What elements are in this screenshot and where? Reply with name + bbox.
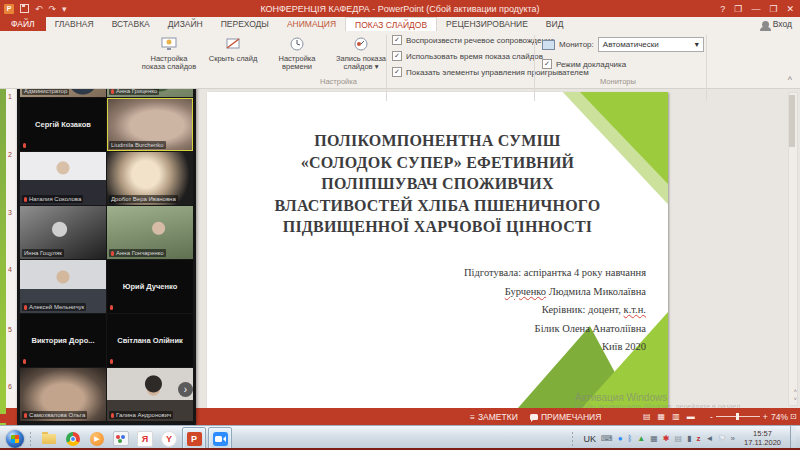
tab-home[interactable]: ГЛАВНАЯ (46, 17, 103, 31)
action-center-flag-icon[interactable]: ⚑ (718, 434, 725, 444)
slide-title-line: «СОЛОДОК СУПЕР» ЕФЕТИВНИЙ (225, 152, 649, 174)
tab-animations[interactable]: АНИМАЦИЯ (278, 17, 345, 31)
network-icon[interactable]: ▲ (637, 434, 645, 444)
help-button[interactable]: ? (720, 4, 725, 14)
thumbnail-number[interactable]: 3 (8, 209, 12, 216)
tab-review[interactable]: РЕЦЕНЗИРОВАНИЕ (437, 17, 537, 31)
setup-slideshow-button[interactable]: Настройка показа слайдов (140, 33, 198, 71)
undo-icon[interactable]: ↶ (35, 4, 43, 14)
fit-to-window-button[interactable]: ⊡ (790, 412, 797, 421)
bluetooth-icon[interactable]: ᛒ (628, 434, 633, 444)
start-button[interactable] (6, 430, 24, 448)
redo-icon[interactable]: ↷ (49, 4, 57, 14)
participant-tile[interactable]: Наталия Соколова (20, 152, 106, 205)
slide-title[interactable]: ПОЛІКОМПОНЕНТНА СУМІШ «СОЛОДОК СУПЕР» ЕФ… (225, 130, 649, 238)
hide-slide-button[interactable]: Скрыть слайд (204, 33, 262, 71)
tab-view[interactable]: ВИД (537, 17, 573, 31)
taskbar-explorer[interactable] (38, 428, 60, 449)
record-slideshow-button[interactable]: Запись показа слайдов ▾ (332, 33, 390, 71)
tray-zoom-icon[interactable]: ● (618, 434, 623, 444)
show-desktop-button[interactable] (790, 426, 796, 450)
language-indicator[interactable]: UK (584, 434, 597, 444)
thumbnail-number[interactable]: 1 (8, 93, 12, 100)
participant-tile[interactable]: Юрий Дученко (107, 260, 193, 313)
display-icon[interactable]: ▦ (650, 434, 658, 444)
zoom-in-button[interactable]: + (763, 412, 768, 422)
zoom-slider-thumb[interactable] (736, 413, 739, 420)
participant-tile[interactable]: Сергій Козаков (20, 98, 106, 151)
monitor-dropdown[interactable]: Автоматически ▾ (598, 37, 704, 52)
qat-customize-icon[interactable]: ▾ (62, 4, 67, 14)
sign-in[interactable]: Вход (762, 17, 800, 31)
taskbar-yandex[interactable]: Я (134, 428, 156, 449)
zoom-out-button[interactable]: - (710, 412, 713, 422)
taskbar-paint[interactable] (110, 428, 132, 449)
notes-toggle[interactable]: ≡ ЗАМЕТКИ (470, 412, 518, 422)
recording-indicator (0, 414, 9, 423)
background-window-edge (0, 30, 6, 425)
restore-button[interactable]: ❐ (769, 4, 777, 14)
windows-logo-icon (11, 435, 19, 443)
zoom-slider[interactable] (716, 416, 760, 417)
checkbox-presenter-view[interactable]: ✓ Режим докладчика (542, 59, 626, 69)
antivirus-icon[interactable]: ✱ (663, 434, 670, 444)
slide-subtitle[interactable]: Підготувала: аспірантка 4 року навчання … (464, 264, 646, 357)
ribbon-display-options-button[interactable]: ❐ (734, 4, 742, 14)
notes-icon: ≡ (470, 412, 475, 422)
taskbar-zoom[interactable] (208, 427, 232, 450)
participant-tile[interactable]: Самохвалова Ольга (20, 368, 106, 421)
video-conference-panel[interactable]: — ▦ ▥ Администратор Анна Гриценко Сергій… (17, 30, 196, 425)
collapse-ribbon-button[interactable]: ^ (788, 75, 792, 85)
volume-icon[interactable]: ◄ (705, 434, 713, 444)
minimize-button[interactable]: — (751, 4, 760, 14)
tab-transitions[interactable]: ПЕРЕХОДЫ (212, 17, 278, 31)
close-button[interactable]: ✕ (786, 4, 794, 14)
participant-tile[interactable]: Алексей Мельничук (20, 260, 106, 313)
slideshow-view-button[interactable]: ▬ (687, 412, 695, 421)
taskbar-clock[interactable]: 15:57 17.11.2020 (744, 430, 781, 447)
tray-z-icon[interactable]: z (696, 434, 700, 444)
keyboard-icon[interactable]: ⌨ (601, 434, 613, 444)
next-slide-button[interactable]: ˅ (793, 396, 797, 402)
taskbar-chrome[interactable] (62, 428, 84, 449)
tab-file[interactable]: ФАЙЛ (0, 17, 46, 31)
participant-tile-active-speaker[interactable]: Liudmila Burchenko (107, 98, 193, 151)
taskbar-powerpoint[interactable]: P (182, 427, 206, 450)
scrollbar-thumb[interactable] (789, 95, 795, 147)
monitor-label: Монитор: (559, 40, 594, 49)
vertical-scrollbar[interactable] (788, 92, 798, 406)
yandex-icon: Я (137, 431, 153, 447)
tab-slideshow[interactable]: ПОКАЗ СЛАЙДОВ (345, 17, 437, 31)
reading-view-button[interactable]: ▥ (672, 412, 680, 421)
participant-grid: Администратор Анна Гриценко Сергій Козак… (20, 44, 193, 425)
tab-insert[interactable]: ВСТАВКА (103, 17, 159, 31)
participant-tile[interactable]: Виктория Доро... (20, 314, 106, 367)
taskbar-separator (571, 431, 574, 447)
tray-expand-icon[interactable]: » (731, 434, 735, 444)
comments-toggle[interactable]: ПРИМЕЧАНИЯ (530, 412, 601, 422)
participant-tile[interactable]: Дробот Вера Ивановна (107, 152, 193, 205)
taskbar-yandex-browser[interactable]: Y (158, 428, 180, 449)
hide-slide-label: Скрыть слайд (209, 55, 258, 63)
signal-icon[interactable]: ▮ (687, 434, 691, 444)
next-participants-button[interactable]: › (178, 382, 193, 397)
slide-canvas[interactable]: ПОЛІКОМПОНЕНТНА СУМІШ «СОЛОДОК СУПЕР» ЕФ… (207, 92, 668, 408)
participant-tile[interactable]: Анна Гончаренко (107, 206, 193, 259)
rehearse-timings-button[interactable]: Настройка времени (268, 33, 326, 71)
save-icon[interactable] (20, 4, 29, 13)
thumbnail-number[interactable]: 2 (8, 151, 12, 158)
zoom-percentage[interactable]: 74% (771, 412, 788, 422)
previous-slide-button[interactable]: ˄ (793, 388, 797, 394)
taskbar-separator (29, 431, 32, 447)
title-bar: P ↶ ↷ ▾ КОНФЕРЕНЦІЯ КАФЕДРА - PowerPoint… (0, 0, 800, 17)
participant-tile[interactable]: Світлана Олійник (107, 314, 193, 367)
thumbnail-number[interactable]: 4 (8, 266, 12, 273)
tab-design[interactable]: ДИЗАЙН (159, 17, 212, 31)
thumbnail-number[interactable]: 5 (8, 326, 12, 333)
taskbar-media-player[interactable]: ▶ (86, 428, 108, 449)
normal-view-button[interactable]: ▤ (643, 412, 651, 421)
thumbnail-number[interactable]: 6 (8, 383, 12, 390)
document-icon[interactable]: ▤ (675, 434, 683, 444)
participant-tile[interactable]: Инна Гоцуляк (20, 206, 106, 259)
slide-sorter-view-button[interactable]: ▦ (658, 412, 666, 421)
